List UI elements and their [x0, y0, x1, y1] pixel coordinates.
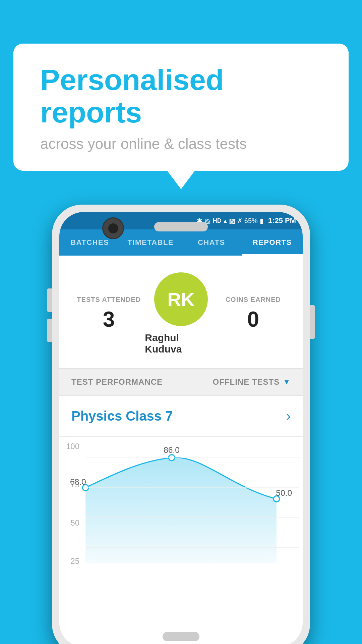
chart-container: 100 75 50 25: [59, 437, 303, 576]
test-performance-label: TEST PERFORMANCE: [71, 377, 163, 387]
filter-label: OFFLINE TESTS: [213, 377, 280, 387]
coins-earned-label: COINS EARNED: [217, 296, 289, 304]
phone-screen: ✱ ▨ HD ▴ ▩ ✗ 65% ▮ 1:25 PM BATCHES: [59, 212, 303, 644]
coins-earned-block: COINS EARNED 0: [217, 296, 289, 332]
chart-svg: 68.0 86.0 50.0: [59, 443, 303, 575]
status-icons: ✱ ▨ HD ▴ ▩ ✗ 65% ▮ 1:25 PM: [197, 216, 296, 225]
tests-attended-block: TESTS ATTENDED 3: [73, 296, 145, 332]
profile-section: TESTS ATTENDED 3 RK Raghul Kuduva COINS …: [59, 256, 303, 369]
avatar-container: RK Raghul Kuduva: [145, 272, 217, 355]
section-header: TEST PERFORMANCE OFFLINE TESTS ▼: [59, 369, 303, 396]
tab-chats[interactable]: CHATS: [181, 229, 242, 256]
chevron-down-icon: ▼: [283, 378, 291, 386]
power-button: [310, 305, 315, 339]
svg-text:86.0: 86.0: [164, 445, 180, 454]
battery-icon: ▮: [260, 217, 263, 225]
bubble-subtitle: across your online & class tests: [40, 136, 322, 152]
wifi-icon: ▴: [224, 217, 227, 225]
offline-tests-dropdown[interactable]: OFFLINE TESTS ▼: [213, 377, 291, 387]
speech-bubble: Personalised reports across your online …: [13, 44, 349, 171]
tab-batches[interactable]: BATCHES: [59, 229, 120, 256]
phone-frame: ✱ ▨ HD ▴ ▩ ✗ 65% ▮ 1:25 PM BATCHES: [52, 205, 310, 644]
bubble-title: Personalised reports: [40, 64, 322, 129]
battery-pct: 65%: [244, 217, 258, 225]
class-arrow-icon: ›: [286, 409, 291, 424]
tests-attended-label: TESTS ATTENDED: [73, 296, 145, 304]
svg-text:50.0: 50.0: [276, 488, 292, 497]
home-button[interactable]: [163, 632, 199, 641]
volume-up-button: [47, 288, 52, 312]
volume-down-button: [47, 319, 52, 342]
hd-icon: HD: [213, 217, 222, 224]
tab-reports[interactable]: REPORTS: [242, 229, 303, 256]
user-name: Raghul Kuduva: [145, 332, 217, 355]
signal-icon: ▩: [229, 217, 235, 225]
svg-text:68.0: 68.0: [70, 477, 86, 486]
tests-attended-value: 3: [73, 307, 145, 332]
avatar-initials: RK: [168, 288, 195, 310]
tab-timetable[interactable]: TIMETABLE: [120, 229, 181, 256]
physics-class-row[interactable]: Physics Class 7 ›: [59, 396, 303, 437]
avatar: RK: [154, 272, 208, 326]
nav-tabs: BATCHES TIMETABLE CHATS REPORTS: [59, 229, 303, 256]
status-time: 1:25 PM: [268, 216, 296, 225]
coins-earned-value: 0: [217, 307, 289, 332]
signal-x-icon: ✗: [237, 217, 242, 224]
class-name: Physics Class 7: [71, 409, 173, 424]
